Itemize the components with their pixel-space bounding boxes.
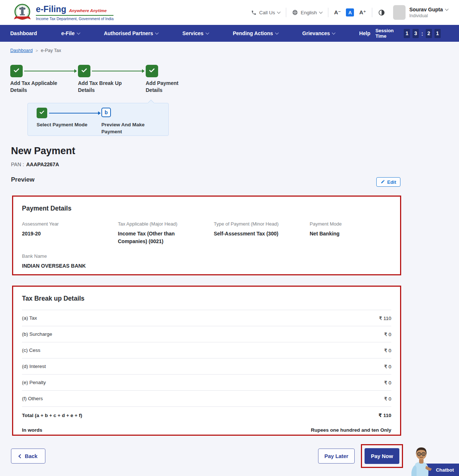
pan-label: PAN : [11, 161, 24, 167]
field-label: Bank Name [22, 253, 214, 259]
step-1-label: Add Tax Applicable Details [10, 80, 69, 94]
logo-tagline: Anywhere Anytime [69, 8, 107, 13]
table-row-interest: (d) Interest ₹ 0 [22, 358, 391, 375]
payment-fields-row-1: Assessment Year 2019-20 Tax Applicable (… [22, 221, 391, 245]
sub-stepper-panel: b Select Payment Mode Preview And Make P… [27, 103, 169, 136]
step-3-check [146, 65, 158, 77]
nav-services[interactable]: Services [177, 30, 214, 36]
row-value: ₹ 0 [384, 364, 391, 369]
font-size-controls: A⁻ A A⁺ [334, 8, 366, 16]
chevron-down-icon [155, 31, 159, 35]
table-row-surcharge: (b) Surcharge ₹ 0 [22, 326, 391, 342]
edit-button[interactable]: Edit [376, 177, 400, 187]
in-words-label: In words [22, 427, 42, 433]
session-digit: 1 [434, 29, 441, 38]
user-name: Sourav Gupta [409, 7, 443, 12]
logo-subtitle: Income Tax Department, Government of Ind… [36, 16, 113, 21]
tax-breakup-card: Tax Break up Details (a) Tax ₹ 110 (b) S… [12, 286, 401, 436]
nav-efile[interactable]: e-File [56, 30, 85, 36]
payment-details-title: Payment Details [22, 205, 391, 212]
font-increase-button[interactable]: A⁺ [359, 9, 366, 16]
total-value: ₹ 110 [378, 412, 391, 418]
phone-icon [251, 10, 257, 15]
table-row-penalty: (e) Penalty ₹ 0 [22, 375, 391, 391]
breadcrumb-dashboard-link[interactable]: Dashboard [10, 48, 33, 53]
substep-1-check [37, 108, 47, 118]
check-icon [39, 109, 45, 117]
row-value: ₹ 110 [379, 315, 391, 321]
pencil-icon [381, 179, 385, 185]
step-1-check [10, 65, 23, 77]
breadcrumb-separator: > [36, 48, 38, 53]
header-divider [286, 8, 286, 17]
panel-notch [148, 100, 154, 106]
chevron-down-icon [332, 31, 336, 35]
national-emblem-icon [12, 3, 32, 22]
globe-icon [292, 10, 298, 15]
payment-fields-row-2: Bank Name INDIAN OVERSEAS BANK [22, 253, 391, 270]
logo-text: e-Filing Anywhere Anytime Income Tax Dep… [36, 4, 113, 21]
site-logo[interactable]: e-Filing Anywhere Anytime Income Tax Dep… [12, 3, 113, 22]
pan-value: AAAPA2267A [26, 161, 59, 167]
field-value: 2019-20 [22, 230, 118, 238]
field-value: INDIAN OVERSEAS BANK [22, 262, 214, 270]
session-separator: : [421, 30, 423, 37]
check-icon [148, 67, 156, 75]
edit-button-label: Edit [387, 179, 396, 185]
breadcrumb-current: e-Pay Tax [41, 48, 61, 53]
field-tax-applicable: Tax Applicable (Major Head) Income Tax (… [118, 221, 214, 245]
step-2-label: Add Tax Break Up Details [78, 80, 137, 94]
back-button[interactable]: Back [11, 449, 45, 464]
nav-pending-actions[interactable]: Pending Actions [228, 30, 283, 36]
session-time-label: Session Time [376, 28, 400, 39]
row-label: (b) Surcharge [22, 331, 52, 337]
field-label: Payment Mode [310, 221, 391, 227]
nav-grievances[interactable]: Grievances [297, 30, 340, 36]
row-value: ₹ 0 [384, 331, 391, 337]
total-label: Total (a + b + c + d + e + f) [22, 413, 82, 418]
chevron-down-icon [275, 31, 279, 35]
chevron-down-icon [205, 31, 209, 35]
field-value: Self-Assessment Tax (300) [214, 230, 310, 238]
row-label: (c) Cess [22, 347, 40, 353]
table-row-tax: (a) Tax ₹ 110 [22, 310, 391, 326]
breadcrumb: Dashboard > e-Pay Tax [10, 48, 61, 53]
payment-details-card: Payment Details Assessment Year 2019-20 … [12, 196, 401, 275]
header-divider [328, 8, 328, 17]
session-digit: 1 [404, 29, 410, 38]
substep-connector-arrow [49, 113, 100, 114]
call-us-label: Call Us [259, 10, 275, 15]
language-menu[interactable]: English [292, 10, 322, 15]
preview-heading: Preview [11, 176, 34, 183]
font-normal-button[interactable]: A [346, 8, 354, 16]
call-us-menu[interactable]: Call Us [251, 10, 280, 15]
row-value: ₹ 0 [384, 396, 391, 402]
field-bank-name: Bank Name INDIAN OVERSEAS BANK [22, 253, 214, 270]
step-3-label: Add Payment Details [146, 80, 190, 94]
table-row-total: Total (a + b + c + d + e + f) ₹ 110 [22, 407, 391, 424]
pay-now-button[interactable]: Pay Now [365, 448, 399, 464]
user-menu[interactable]: Sourav Gupta Individual [393, 5, 448, 20]
chatbot-label: Chatbot [436, 467, 454, 473]
row-label: (d) Interest [22, 364, 46, 369]
substep-1-label: Select Payment Mode [37, 122, 88, 129]
nav-dashboard[interactable]: Dashboard [5, 30, 42, 36]
nav-authorised-partners[interactable]: Authorised Partners [99, 30, 164, 36]
pan-row: PAN : AAAPA2267A [11, 161, 59, 167]
field-label: Tax Applicable (Major Head) [118, 221, 214, 227]
pay-later-button[interactable]: Pay Later [318, 449, 355, 464]
avatar [393, 5, 406, 20]
chevron-down-icon [319, 10, 322, 14]
page-title: New Payment [11, 145, 75, 157]
table-row-cess: (c) Cess ₹ 0 [22, 342, 391, 358]
substep-2-marker: b [101, 108, 111, 117]
session-digit: 3 [413, 29, 419, 38]
in-words-value: Rupees one hundred and ten Only [311, 427, 391, 433]
chevron-down-icon [277, 10, 281, 14]
contrast-toggle-icon[interactable] [378, 9, 385, 16]
back-button-label: Back [25, 453, 38, 459]
font-decrease-button[interactable]: A⁻ [334, 9, 341, 16]
row-value: ₹ 0 [384, 380, 391, 386]
chatbot-mascot-icon[interactable] [407, 445, 436, 476]
nav-help[interactable]: Help [354, 30, 375, 36]
